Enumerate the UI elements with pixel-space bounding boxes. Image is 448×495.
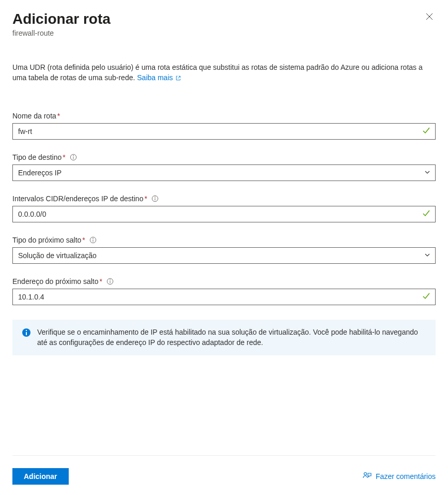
info-circle-icon (22, 328, 31, 339)
required-asterisk: * (100, 277, 102, 286)
next-hop-type-value: Solução de virtualização (18, 251, 97, 260)
svg-line-2 (178, 76, 180, 79)
next-hop-address-label: Endereço do próximo salto (12, 277, 99, 286)
destination-type-select[interactable]: Endereços IP (12, 164, 436, 181)
external-link-icon (173, 73, 181, 82)
panel-subtitle: firewall-route (12, 29, 111, 37)
cidr-ranges-input[interactable] (12, 206, 436, 222)
add-button[interactable]: Adicionar (12, 468, 69, 485)
description-body: Uma UDR (rota definida pelo usuário) é u… (12, 63, 423, 82)
close-icon (425, 13, 434, 22)
svg-point-14 (110, 280, 111, 280)
next-hop-type-select[interactable]: Solução de virtualização (12, 247, 436, 264)
required-asterisk: * (82, 236, 85, 244)
close-button[interactable] (423, 10, 436, 25)
next-hop-address-input[interactable] (12, 289, 436, 305)
required-asterisk: * (63, 153, 65, 161)
info-icon[interactable] (70, 154, 77, 161)
required-asterisk: * (57, 112, 60, 120)
feedback-link[interactable]: Fazer comentários (362, 471, 436, 482)
destination-type-label: Tipo de destino (12, 153, 61, 161)
required-asterisk: * (144, 194, 147, 203)
info-box: Verifique se o encaminhamento de IP está… (12, 320, 436, 355)
route-name-label: Nome da rota (12, 112, 56, 120)
svg-point-17 (26, 330, 27, 331)
info-box-text: Verifique se o encaminhamento de IP está… (37, 327, 426, 348)
learn-more-link[interactable]: Saiba mais (137, 73, 181, 82)
svg-point-11 (92, 238, 93, 239)
feedback-label: Fazer comentários (376, 472, 436, 481)
learn-more-label: Saiba mais (137, 73, 173, 82)
svg-point-8 (155, 197, 155, 198)
next-hop-type-label: Tipo do próximo salto (12, 236, 81, 244)
description-text: Uma UDR (rota definida pelo usuário) é u… (12, 62, 436, 83)
feedback-icon (362, 471, 376, 482)
cidr-ranges-label: Intervalos CIDR/endereços IP de destino (12, 194, 143, 203)
info-icon[interactable] (151, 195, 159, 202)
svg-point-5 (73, 156, 73, 156)
svg-rect-16 (26, 332, 27, 335)
route-name-input[interactable] (12, 123, 436, 140)
info-icon[interactable] (89, 236, 97, 244)
info-icon[interactable] (106, 278, 114, 285)
destination-type-value: Endereços IP (18, 169, 61, 177)
svg-point-18 (364, 472, 367, 475)
panel-title: Adicionar rota (12, 10, 111, 28)
